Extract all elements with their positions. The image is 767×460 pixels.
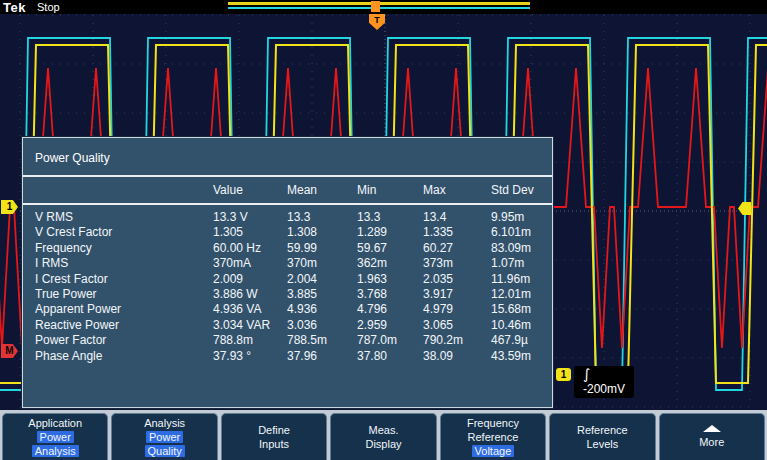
menu-label: Display — [365, 438, 401, 450]
menu-button-analysis[interactable]: AnalysisPowerQuality — [111, 413, 217, 460]
row-cell: 4.936 — [287, 302, 357, 317]
row-label: Frequency — [35, 241, 213, 256]
row-cell: 11.96m — [491, 272, 552, 287]
power-quality-panel: Power Quality ValueMeanMinMaxStd Dev V R… — [22, 137, 553, 408]
row-cell: 2.004 — [287, 272, 357, 287]
menu-label: Levels — [586, 438, 618, 450]
row-label: I RMS — [35, 256, 213, 271]
tek-logo: Tek — [3, 0, 26, 15]
row-label: Power Factor — [35, 333, 213, 348]
top-status-bar: Tek Stop — [0, 0, 767, 14]
row-cell: 1.07m — [491, 256, 552, 271]
row-cell: 9.95m — [491, 210, 552, 225]
menu-button-meas-display[interactable]: Meas.Display — [330, 413, 436, 460]
table-row: V RMS13.3 V13.313.313.49.95m — [23, 210, 552, 225]
table-row: Apparent Power4.936 VA4.9364.7964.97915.… — [23, 302, 552, 317]
row-label: Apparent Power — [35, 302, 213, 317]
row-cell: 373m — [423, 256, 491, 271]
row-cell: 4.796 — [357, 302, 423, 317]
menu-label: Reference — [468, 431, 519, 443]
column-header: Min — [357, 183, 423, 197]
row-cell: 6.101m — [491, 225, 552, 240]
oscilloscope-screen: Tek Stop T 1 M 1 ∫ -200mV Power Quality … — [0, 0, 767, 460]
row-label: V Crest Factor — [35, 225, 213, 240]
menu-label: Meas. — [368, 424, 398, 436]
acquisition-status: Stop — [37, 1, 60, 13]
measurement-table-header: ValueMeanMinMaxStd Dev — [23, 177, 552, 203]
integral-icon: ∫ — [583, 367, 625, 382]
row-cell: 10.46m — [491, 318, 552, 333]
row-label: V RMS — [35, 210, 213, 225]
readout-scale-value: -200mV — [583, 382, 625, 396]
row-cell: 2.009 — [213, 272, 287, 287]
row-cell: 59.99 — [287, 241, 357, 256]
table-row: V Crest Factor1.3051.3081.2891.3356.101m — [23, 225, 552, 240]
row-cell: 467.9µ — [491, 333, 552, 348]
menu-label: Reference — [577, 424, 628, 436]
row-cell: 1.289 — [357, 225, 423, 240]
menu-button-reference-levels[interactable]: ReferenceLevels — [549, 413, 655, 460]
row-label: Phase Angle — [35, 349, 213, 364]
row-cell: 1.963 — [357, 272, 423, 287]
row-cell: 3.768 — [357, 287, 423, 302]
column-header: Std Dev — [491, 183, 552, 197]
row-cell: 15.68m — [491, 302, 552, 317]
row-cell: 37.80 — [357, 349, 423, 364]
menu-label: Quality — [145, 445, 185, 457]
table-row: I Crest Factor2.0092.0041.9632.03511.96m — [23, 272, 552, 287]
row-cell: 83.09m — [491, 241, 552, 256]
row-cell: 37.93 ° — [213, 349, 287, 364]
column-header: Mean — [287, 183, 357, 197]
row-cell: 1.305 — [213, 225, 287, 240]
row-cell: 4.979 — [423, 302, 491, 317]
table-row: True Power3.886 W3.8853.7683.91712.01m — [23, 287, 552, 302]
panel-title: Power Quality — [23, 138, 552, 175]
menu-button-application[interactable]: ApplicationPowerAnalysis — [2, 413, 108, 460]
table-row: Power Factor788.8m788.5m787.0m790.2m467.… — [23, 333, 552, 348]
table-row: Phase Angle37.93 °37.9637.8038.0943.59m — [23, 349, 552, 364]
readout-box: ∫ -200mV — [574, 366, 634, 398]
row-cell: 13.3 V — [213, 210, 287, 225]
row-cell: 362m — [357, 256, 423, 271]
more-up-icon — [703, 425, 721, 432]
row-cell: 3.065 — [423, 318, 491, 333]
row-cell: 3.917 — [423, 287, 491, 302]
row-cell: 12.01m — [491, 287, 552, 302]
row-cell: 13.3 — [357, 210, 423, 225]
table-row: Frequency60.00 Hz59.9959.6760.2783.09m — [23, 241, 552, 256]
menu-label: Frequency — [467, 417, 519, 429]
row-cell: 3.886 W — [213, 287, 287, 302]
measurement-table-body: V RMS13.3 V13.313.313.49.95mV Crest Fact… — [23, 205, 552, 364]
acquisition-trigger-tick — [371, 1, 380, 12]
row-cell: 788.5m — [287, 333, 357, 348]
menu-label: Power — [146, 431, 183, 443]
row-cell: 4.936 VA — [213, 302, 287, 317]
math-channel-readout: 1 ∫ -200mV — [556, 366, 634, 398]
row-cell: 3.885 — [287, 287, 357, 302]
channel1-badge: 1 — [556, 368, 571, 381]
softkey-menu-bar: ApplicationPowerAnalysisAnalysisPowerQua… — [0, 410, 767, 460]
row-cell: 38.09 — [423, 349, 491, 364]
menu-label: More — [699, 436, 724, 448]
row-cell: 1.335 — [423, 225, 491, 240]
row-cell: 13.3 — [287, 210, 357, 225]
table-row: Reactive Power3.034 VAR3.0362.9593.06510… — [23, 318, 552, 333]
menu-label: Analysis — [32, 445, 79, 457]
menu-button-frequency-reference[interactable]: FrequencyReferenceVoltage — [440, 413, 546, 460]
menu-button-more[interactable]: More — [659, 413, 765, 460]
row-cell: 3.036 — [287, 318, 357, 333]
column-header: Value — [213, 183, 287, 197]
table-row: I RMS370mA370m362m373m1.07m — [23, 256, 552, 271]
row-label: I Crest Factor — [35, 272, 213, 287]
row-cell: 788.8m — [213, 333, 287, 348]
row-cell: 2.959 — [357, 318, 423, 333]
column-header: Max — [423, 183, 491, 197]
row-cell: 59.67 — [357, 241, 423, 256]
row-cell: 790.2m — [423, 333, 491, 348]
menu-label: Application — [28, 417, 82, 429]
row-label: True Power — [35, 287, 213, 302]
row-cell: 370m — [287, 256, 357, 271]
menu-button-define-inputs[interactable]: DefineInputs — [221, 413, 327, 460]
menu-label: Power — [37, 431, 74, 443]
row-cell: 37.96 — [287, 349, 357, 364]
